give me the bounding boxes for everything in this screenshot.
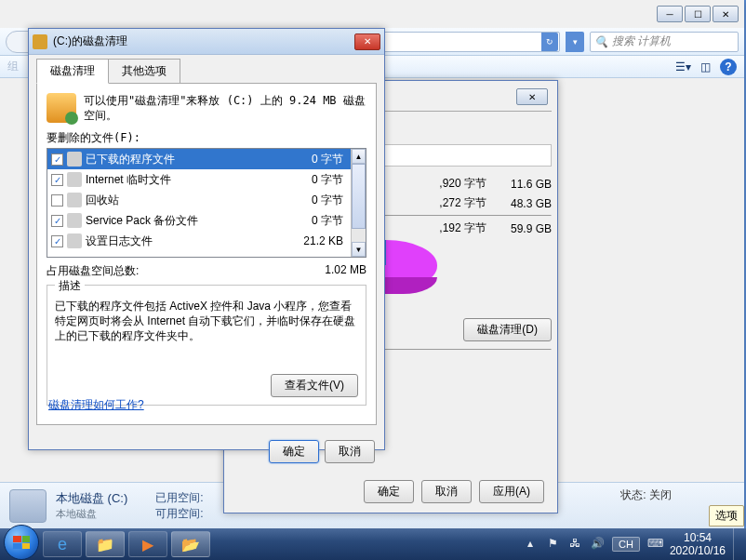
item-label: Internet 临时文件 (86, 172, 278, 188)
checkbox[interactable] (51, 153, 63, 166)
list-item[interactable]: Internet 临时文件0 字节 (47, 169, 351, 190)
item-label: 已下载的程序文件 (86, 152, 278, 167)
close-button[interactable]: ✕ (354, 33, 380, 50)
search-icon: 🔍 (594, 35, 608, 48)
tab-disk-cleanup[interactable]: 磁盘清理 (36, 59, 109, 84)
disk-cleanup-dialog: (C:)的磁盘清理 ✕ 磁盘清理 其他选项 可以使用"磁盘清理"来释放 (C:)… (28, 28, 385, 450)
close-button[interactable]: ✕ (713, 6, 739, 22)
description-group: 描述 已下载的程序文件包括 ActiveX 控件和 Java 小程序，您查看特定… (47, 285, 366, 406)
checkbox[interactable] (51, 215, 63, 227)
list-item[interactable]: 回收站0 字节 (47, 190, 351, 210)
cleanup-big-icon (47, 93, 76, 123)
scroll-up-icon[interactable]: ▲ (352, 149, 366, 164)
how-does-cleanup-work-link[interactable]: 磁盘清理如何工作? (48, 397, 144, 413)
file-type-icon (67, 213, 82, 228)
item-size: 0 字节 (282, 193, 347, 208)
ok-button[interactable]: 确定 (269, 440, 319, 463)
start-button[interactable] (4, 525, 39, 560)
cleanup-file-list[interactable]: 已下载的程序文件0 字节Internet 临时文件0 字节回收站0 字节Serv… (47, 148, 366, 258)
preview-pane-icon[interactable]: ◫ (700, 60, 711, 73)
taskbar-clock[interactable]: 10:54 2020/10/16 (670, 531, 726, 557)
scroll-down-icon[interactable]: ▼ (352, 242, 366, 257)
close-button[interactable]: ✕ (516, 88, 548, 105)
address-refresh-icon[interactable]: ↻ (541, 33, 558, 51)
scroll-thumb[interactable] (352, 164, 366, 229)
list-item[interactable]: Service Pack 备份文件0 字节 (47, 210, 351, 231)
taskbar-explorer[interactable]: 📁 (86, 531, 125, 557)
used-bytes: ,920 字节 (439, 176, 486, 192)
firewall-status: 状态: 关闭 (620, 487, 672, 503)
description-text: 已下载的程序文件包括 ActiveX 控件和 Java 小程序，您查看特定网页时… (55, 299, 358, 343)
checkbox[interactable] (51, 194, 63, 207)
files-to-delete-label: 要删除的文件(F): (47, 130, 366, 146)
scrollbar[interactable]: ▲ ▼ (351, 149, 366, 257)
view-files-button[interactable]: 查看文件(V) (271, 374, 358, 397)
total-value: 1.02 MB (325, 263, 366, 279)
details-subtitle: 本地磁盘 (56, 506, 127, 521)
ok-button[interactable]: 确定 (364, 480, 414, 503)
wmp-icon: ▶ (142, 536, 153, 553)
checkbox[interactable] (51, 235, 63, 247)
network-icon[interactable]: 🖧 (567, 537, 582, 552)
address-dropdown-icon[interactable]: ▾ (566, 32, 584, 52)
drive-icon (9, 489, 47, 523)
list-item[interactable]: 已下载的程序文件0 字节 (47, 149, 351, 169)
search-placeholder: 搜索 计算机 (612, 33, 671, 49)
free-bytes: ,272 字节 (439, 195, 486, 211)
file-type-icon (67, 172, 82, 187)
file-type-icon (67, 193, 82, 207)
system-tray: ▴ ⚑ 🖧 🔊 CH ⌨ 10:54 2020/10/16 (523, 528, 746, 560)
language-indicator[interactable]: CH (612, 537, 640, 552)
cleanup-tabs: 磁盘清理 其他选项 (36, 59, 377, 84)
tab-more-options[interactable]: 其他选项 (108, 59, 180, 84)
keyboard-icon[interactable]: ⌨ (647, 537, 662, 552)
cancel-button[interactable]: 取消 (421, 480, 472, 503)
volume-icon[interactable]: 🔊 (590, 537, 605, 552)
ime-options-bubble[interactable]: 选项 (709, 505, 744, 527)
windows-logo-icon (13, 536, 30, 549)
show-desktop-button[interactable] (733, 528, 740, 560)
item-size: 0 字节 (282, 172, 347, 188)
checkbox[interactable] (51, 174, 63, 186)
folder-icon: 📁 (96, 536, 114, 553)
used-gb: 11.6 GB (486, 178, 552, 191)
item-size: 0 字节 (282, 213, 347, 229)
item-label: 回收站 (86, 193, 278, 208)
disk-cleanup-button[interactable]: 磁盘清理(D) (463, 318, 552, 341)
item-label: Service Pack 备份文件 (86, 213, 278, 229)
details-title: 本地磁盘 (C:) (56, 491, 127, 506)
capacity-bytes: ,192 字节 (439, 220, 486, 236)
free-gb: 48.3 GB (486, 197, 552, 210)
apply-button[interactable]: 应用(A) (479, 480, 544, 503)
taskbar-media-player[interactable]: ▶ (128, 531, 167, 557)
taskbar-ie[interactable]: e (43, 531, 82, 557)
free-space-label: 可用空间: (155, 507, 203, 520)
help-icon[interactable]: ? (720, 59, 737, 75)
clock-time: 10:54 (670, 531, 726, 544)
item-size: 0 字节 (282, 152, 347, 167)
disk-cleanup-icon (33, 34, 47, 49)
folder-open-icon: 📂 (181, 536, 200, 553)
list-item[interactable]: 设置日志文件21.2 KB (47, 231, 351, 251)
file-type-icon (67, 233, 82, 248)
clock-date: 2020/10/16 (670, 544, 726, 557)
tray-expand-icon[interactable]: ▴ (523, 537, 538, 552)
cancel-button[interactable]: 取消 (325, 440, 375, 463)
search-input[interactable]: 🔍 搜索 计算机 (590, 32, 739, 52)
file-type-icon (67, 152, 82, 167)
minimize-button[interactable]: ─ (657, 6, 683, 22)
view-mode-icon[interactable]: ☰▾ (675, 60, 691, 73)
action-center-icon[interactable]: ⚑ (545, 537, 560, 552)
dialog-title: (C:)的磁盘清理 (53, 33, 127, 49)
item-size: 21.2 KB (282, 234, 347, 247)
cleanup-intro-text: 可以使用"磁盘清理"来释放 (C:) 上的 9.24 MB 磁盘空间。 (84, 93, 366, 123)
description-legend: 描述 (55, 278, 85, 294)
taskbar-app[interactable]: 📂 (171, 531, 210, 557)
maximize-button[interactable]: ☐ (685, 6, 711, 22)
used-space-label: 已用空间: (155, 491, 203, 504)
taskbar: e 📁 ▶ 📂 ▴ ⚑ 🖧 🔊 CH ⌨ 10:54 2020/10/16 (0, 528, 746, 560)
item-label: 设置日志文件 (86, 233, 278, 249)
total-label: 占用磁盘空间总数: (47, 263, 325, 279)
capacity-gb: 59.9 GB (486, 222, 552, 235)
toolbar-item[interactable]: 组 (7, 59, 19, 74)
